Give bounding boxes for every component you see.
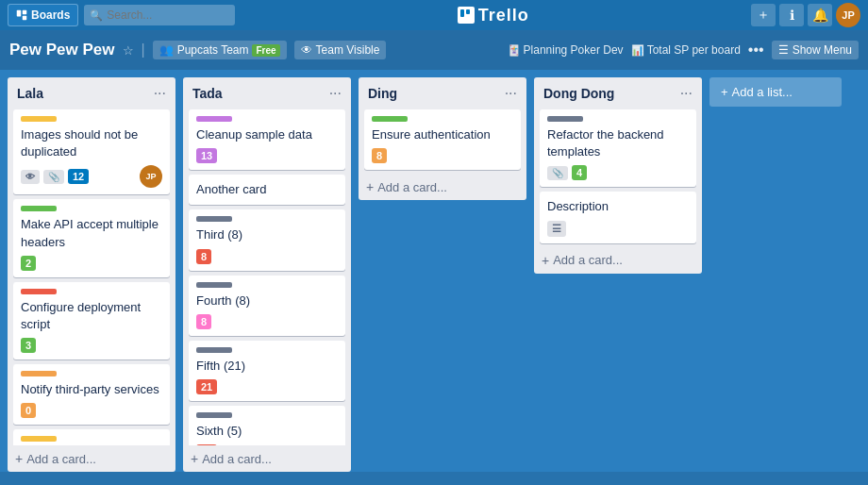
table-row[interactable]: Sixth (5)21 bbox=[189, 406, 345, 445]
top-navigation: Boards 🔍 Trello ＋ ℹ 🔔 JP bbox=[0, 0, 868, 30]
table-row[interactable]: Ensure authentication8 bbox=[364, 109, 521, 170]
card-label bbox=[196, 347, 232, 353]
list-ding: Ding···Ensure authentication8+Add a card… bbox=[359, 77, 526, 200]
info-button[interactable]: ℹ bbox=[779, 4, 804, 26]
list-tada: Tada···Cleanup sample data13Another card… bbox=[183, 77, 351, 472]
add-card-button-dongdong[interactable]: +Add a card... bbox=[534, 247, 702, 274]
table-row[interactable]: Refactor the backend templates📎4 bbox=[540, 109, 696, 187]
card-desc-badge: ☰ bbox=[547, 221, 566, 237]
show-menu-label: Show Menu bbox=[793, 43, 852, 57]
card-title: Another card bbox=[196, 181, 338, 198]
table-row[interactable]: Fourth (8)8 bbox=[189, 276, 345, 336]
list-dongdong: Dong Dong···Refactor the backend templat… bbox=[534, 77, 702, 274]
trello-logo-icon bbox=[458, 7, 475, 24]
card-meta: 0 bbox=[21, 403, 162, 418]
list-title-lala: Lala bbox=[17, 86, 43, 101]
list-menu-lala[interactable]: ··· bbox=[152, 85, 168, 102]
card-label bbox=[372, 116, 408, 122]
card-count-badge: 3 bbox=[21, 338, 36, 353]
svg-rect-3 bbox=[460, 9, 464, 17]
list-cards-ding: Ensure authentication8 bbox=[359, 106, 526, 174]
card-count-badge: 0 bbox=[21, 403, 36, 418]
table-row[interactable]: Fifth (21)21 bbox=[189, 341, 345, 401]
add-card-plus-icon: + bbox=[191, 451, 198, 466]
add-card-plus-icon: + bbox=[15, 451, 23, 466]
table-row[interactable]: Cleanup sample data13 bbox=[189, 109, 345, 170]
add-card-plus-icon: + bbox=[542, 253, 549, 268]
card-meta: 8 bbox=[372, 148, 513, 163]
list-cards-dongdong: Refactor the backend templates📎4Descript… bbox=[534, 106, 702, 247]
card-label bbox=[21, 436, 57, 442]
table-row[interactable]: Another card bbox=[189, 175, 345, 205]
card-title: Notify third-party services bbox=[21, 381, 162, 398]
list-menu-ding[interactable]: ··· bbox=[503, 85, 519, 102]
svg-rect-2 bbox=[23, 16, 27, 21]
card-attach-badge: 📎 bbox=[43, 170, 64, 184]
card-count-badge: 12 bbox=[68, 169, 89, 184]
list-title-tada: Tada bbox=[192, 86, 223, 101]
card-meta: 📎4 bbox=[547, 165, 689, 180]
board-star-icon[interactable]: ☆ bbox=[123, 43, 134, 58]
card-title: Fourth (8) bbox=[196, 293, 338, 309]
board-visibility[interactable]: 👁 Team Visible bbox=[294, 41, 387, 59]
boards-button[interactable]: Boards bbox=[8, 4, 78, 26]
card-meta: 8 bbox=[196, 249, 338, 264]
card-title: Make API accept multiple headers bbox=[21, 216, 162, 250]
card-label bbox=[21, 289, 57, 294]
avatar[interactable]: JP bbox=[836, 3, 860, 27]
table-row[interactable]: Configure deployment script3 bbox=[13, 282, 170, 360]
list-cards-lala: Images should not be duplicated👁📎12JPMak… bbox=[8, 106, 175, 445]
table-row[interactable]: Description☰ bbox=[540, 192, 696, 242]
notifications-button[interactable]: 🔔 bbox=[808, 4, 832, 26]
table-row[interactable]: Notify third-party services0 bbox=[13, 364, 170, 425]
add-card-button-lala[interactable]: +Add a card... bbox=[8, 445, 175, 472]
planning-poker-link[interactable]: 🃏 Planning Poker Dev bbox=[508, 43, 624, 57]
add-card-button-tada[interactable]: +Add a card... bbox=[183, 445, 351, 472]
boards-label: Boards bbox=[31, 8, 70, 22]
add-card-label: Add a card... bbox=[553, 253, 623, 267]
board-title: Pew Pew Pew bbox=[9, 41, 115, 59]
add-button[interactable]: ＋ bbox=[751, 4, 776, 26]
table-row[interactable]: Fix the form validation5 bbox=[13, 429, 170, 445]
board-content: Lala···Images should not be duplicated👁📎… bbox=[0, 70, 868, 472]
board-divider: | bbox=[142, 42, 145, 59]
visibility-icon: 👁 bbox=[301, 43, 312, 57]
card-title: Sixth (5) bbox=[196, 423, 338, 440]
list-lala: Lala···Images should not be duplicated👁📎… bbox=[8, 77, 175, 472]
card-member-avatar: JP bbox=[140, 165, 162, 188]
card-meta: 21 bbox=[196, 444, 338, 445]
more-options-icon[interactable]: ••• bbox=[748, 42, 764, 59]
team-badge: Free bbox=[252, 44, 279, 57]
card-title: Fifth (21) bbox=[196, 358, 338, 375]
svg-rect-0 bbox=[17, 10, 22, 17]
trello-logo: Trello bbox=[458, 6, 529, 25]
table-row[interactable]: Third (8)8 bbox=[189, 209, 345, 270]
search-input[interactable] bbox=[84, 5, 235, 25]
show-menu-button[interactable]: ☰ Show Menu bbox=[772, 41, 859, 59]
add-card-button-ding[interactable]: +Add a card... bbox=[359, 174, 526, 200]
eye-icon: 👁 bbox=[25, 172, 35, 182]
card-count-badge: 13 bbox=[196, 148, 217, 163]
card-count-badge: 4 bbox=[572, 165, 587, 180]
card-meta: 3 bbox=[21, 338, 162, 353]
card-count-badge: 8 bbox=[196, 249, 211, 264]
total-sp-link[interactable]: 📊 Total SP per board bbox=[631, 43, 741, 57]
list-menu-tada[interactable]: ··· bbox=[327, 85, 343, 102]
add-list-button[interactable]: +Add a list... bbox=[709, 77, 842, 107]
list-title-ding: Ding bbox=[368, 86, 397, 101]
board-team[interactable]: 👥 Pupcats Team Free bbox=[153, 41, 287, 59]
card-label bbox=[21, 371, 57, 376]
search-wrapper: 🔍 bbox=[84, 5, 235, 25]
card-meta: 13 bbox=[196, 148, 338, 163]
add-card-plus-icon: + bbox=[366, 179, 374, 194]
card-meta: 2 bbox=[21, 256, 162, 271]
list-menu-dongdong[interactable]: ··· bbox=[678, 85, 694, 102]
card-label bbox=[196, 116, 232, 122]
table-row[interactable]: Images should not be duplicated👁📎12JP bbox=[13, 109, 170, 194]
list-cards-tada: Cleanup sample data13Another cardThird (… bbox=[183, 106, 351, 445]
board-scrollbar[interactable] bbox=[0, 472, 868, 485]
nav-right: ＋ ℹ 🔔 JP bbox=[751, 3, 860, 27]
planning-poker-label: Planning Poker Dev bbox=[524, 43, 624, 57]
table-row[interactable]: Make API accept multiple headers2 bbox=[13, 199, 170, 276]
board-header-right: 🃏 Planning Poker Dev 📊 Total SP per boar… bbox=[508, 41, 859, 59]
